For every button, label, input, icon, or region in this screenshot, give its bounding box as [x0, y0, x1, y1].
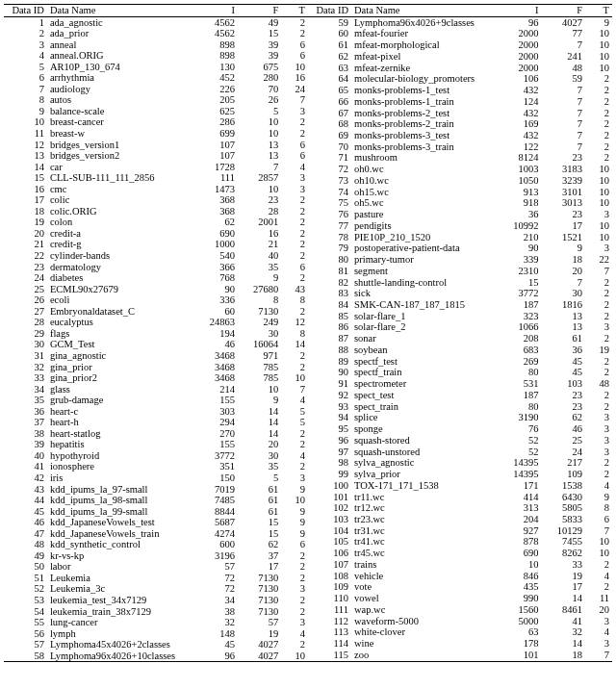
cell-id: 97 — [308, 446, 351, 457]
cell-f: 14 — [542, 638, 586, 650]
cell-t: 22 — [585, 254, 612, 266]
cell-i: 90 — [498, 242, 542, 254]
cell-t: 10 — [585, 220, 612, 232]
cell-id: 113 — [308, 626, 351, 638]
table-row: 17colic368232 — [4, 194, 308, 206]
cell-id: 14 — [4, 162, 47, 173]
cell-t: 3 — [585, 615, 612, 626]
cell-name: breast-w — [47, 128, 194, 140]
cell-t: 9 — [281, 506, 308, 518]
cell-f: 10 — [238, 116, 281, 128]
cell-id: 66 — [308, 96, 351, 108]
cell-i: 913 — [498, 187, 542, 198]
cell-t: 2 — [281, 350, 308, 362]
cell-name: heart-h — [47, 417, 194, 428]
table-row: 66monks-problems-1_train12472 — [308, 96, 612, 108]
cell-name: grub-damage — [47, 395, 194, 406]
cell-t: 6 — [281, 50, 308, 62]
cell-i: 3772 — [498, 288, 542, 299]
table-row: 24diabetes76892 — [4, 272, 308, 284]
table-row: 26ecoli33688 — [4, 294, 308, 306]
cell-name: squash-unstored — [351, 446, 498, 457]
cell-f: 10 — [238, 184, 281, 195]
cell-name: Lymphoma96x4026+9classes — [351, 16, 498, 28]
cell-f: 4027 — [238, 651, 281, 662]
cell-t: 2 — [585, 96, 612, 108]
cell-f: 19 — [542, 571, 586, 582]
cell-f: 7 — [542, 39, 586, 51]
cell-t: 2 — [281, 362, 308, 373]
cell-name: spectf_test — [351, 356, 498, 368]
cell-f: 23 — [542, 401, 586, 413]
cell-id: 8 — [4, 94, 47, 106]
table-row: 34glass214107 — [4, 384, 308, 396]
cell-t: 2 — [281, 128, 308, 140]
table-row: 63mfeat-zernike20004810 — [308, 63, 612, 74]
cell-f: 9 — [542, 242, 586, 254]
cell-f: 971 — [238, 350, 281, 362]
cell-t: 2 — [585, 118, 612, 130]
cell-id: 102 — [308, 502, 351, 514]
cell-i: 32 — [194, 617, 238, 628]
table-row: 49kr-vs-kp3196372 — [4, 550, 308, 562]
cell-i: 4562 — [194, 28, 238, 39]
cell-name: vote — [351, 581, 498, 593]
cell-id: 81 — [308, 266, 351, 277]
cell-t: 4 — [585, 480, 612, 492]
cell-i: 898 — [194, 39, 238, 51]
cell-id: 82 — [308, 276, 351, 288]
cell-id: 68 — [308, 118, 351, 130]
cell-i: 303 — [194, 406, 238, 418]
cell-id: 109 — [308, 581, 351, 593]
table-row: 112waveform-50005000413 — [308, 615, 612, 626]
cell-f: 17 — [542, 220, 586, 232]
cell-t: 10 — [585, 28, 612, 39]
table-row: 3anneal898396 — [4, 39, 308, 51]
cell-name: hepatitis — [47, 439, 194, 450]
cell-id: 73 — [308, 175, 351, 187]
cell-t: 7 — [281, 384, 308, 396]
table-row: 111wap.wc1560846120 — [308, 604, 612, 616]
cell-name: hypothyroid — [47, 450, 194, 462]
table-row: 46kdd_JapaneseVowels_test5687159 — [4, 517, 308, 528]
table-row: 72oh0.wc1003318310 — [308, 164, 612, 175]
cell-name: gina_agnostic — [47, 350, 194, 362]
cell-t: 6 — [281, 39, 308, 51]
cell-f: 40 — [238, 250, 281, 262]
table-row: 55lung-cancer32573 — [4, 617, 308, 628]
cell-f: 7455 — [542, 536, 586, 548]
cell-f: 61 — [542, 333, 586, 344]
table-row: 25ECML90x27679902768043 — [4, 284, 308, 295]
table-row: 76pasture36233 — [308, 209, 612, 220]
cell-t: 2 — [585, 401, 612, 413]
cell-t: 6 — [585, 514, 612, 525]
cell-id: 7 — [4, 84, 47, 95]
cell-f: 30 — [238, 450, 281, 462]
cell-name: SMK-CAN-187_187_1815 — [351, 299, 498, 311]
cell-id: 79 — [308, 242, 351, 254]
table-row: 84SMK-CAN-187_187_181518718162 — [308, 299, 612, 311]
cell-name: mfeat-fourier — [351, 28, 498, 39]
cell-f: 10 — [238, 128, 281, 140]
cell-t: 16 — [281, 72, 308, 84]
cell-id: 93 — [308, 401, 351, 413]
cell-name: trains — [351, 559, 498, 571]
cell-i: 269 — [498, 356, 542, 368]
cell-f: 7 — [542, 130, 586, 141]
cell-i: 187 — [498, 390, 542, 401]
table-row: 32gina_prior34687852 — [4, 362, 308, 373]
table-row: 58Lymphoma96x4026+10classes96402710 — [4, 651, 308, 662]
cell-i: 7019 — [194, 484, 238, 496]
cell-t: 10 — [281, 651, 308, 662]
cell-id: 10 — [4, 116, 47, 128]
cell-f: 21 — [238, 239, 281, 250]
cell-id: 112 — [308, 615, 351, 626]
cell-f: 45 — [542, 356, 586, 368]
cell-f: 62 — [542, 412, 586, 423]
cell-f: 5 — [238, 472, 281, 484]
table-row: 47kdd_JapaneseVowels_train4274159 — [4, 528, 308, 540]
table-row: 64molecular-biology_promoters106592 — [308, 73, 612, 85]
cell-f: 4027 — [238, 639, 281, 651]
cell-name: leukemia_train_38x7129 — [47, 606, 194, 618]
cell-i: 3196 — [194, 550, 238, 562]
